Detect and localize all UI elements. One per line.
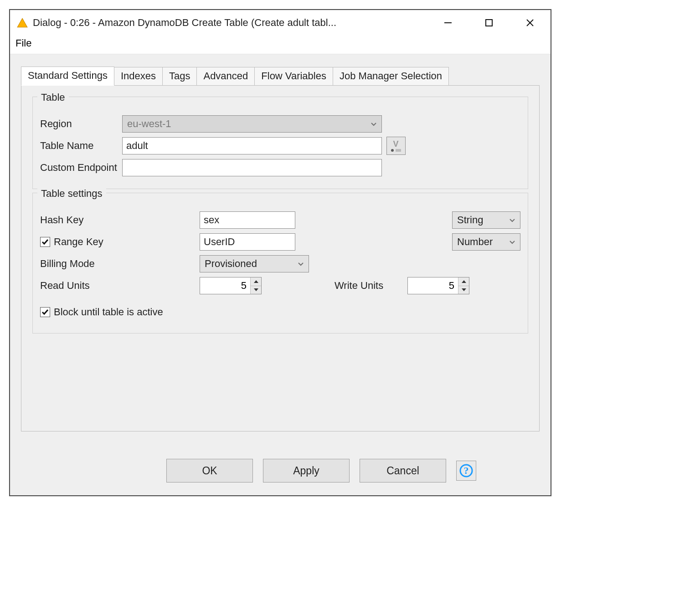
billing-mode-select[interactable]: Provisioned — [200, 255, 309, 272]
region-select[interactable]: eu-west-1 — [122, 115, 382, 133]
chevron-down-icon — [371, 118, 377, 130]
maximize-button[interactable] — [468, 10, 510, 36]
menu-bar: File — [10, 36, 551, 54]
svg-marker-8 — [462, 288, 466, 291]
read-units-spinner[interactable] — [200, 277, 262, 294]
tab-tags[interactable]: Tags — [163, 67, 197, 86]
chevron-down-icon — [509, 214, 515, 226]
block-until-active-toggle[interactable]: Block until table is active — [40, 306, 163, 318]
apply-button[interactable]: Apply — [263, 459, 350, 483]
tab-indexes[interactable]: Indexes — [114, 67, 163, 86]
flow-variable-button[interactable]: V — [386, 137, 406, 155]
read-units-label: Read Units — [40, 280, 200, 292]
billing-mode-label: Billing Mode — [40, 258, 200, 270]
range-key-type-value: Number — [457, 236, 493, 248]
svg-rect-2 — [486, 20, 492, 26]
block-until-active-checkbox[interactable] — [40, 307, 50, 317]
table-name-input[interactable] — [122, 137, 382, 154]
spin-down-icon[interactable] — [251, 286, 261, 294]
menu-file[interactable]: File — [15, 37, 31, 49]
block-until-active-label: Block until table is active — [54, 306, 163, 318]
app-icon — [16, 17, 28, 29]
group-table: Table Region eu-west-1 Table Name — [32, 97, 528, 189]
write-units-label: Write Units — [335, 280, 407, 292]
spin-down-icon[interactable] — [458, 286, 469, 294]
title-bar: Dialog - 0:26 - Amazon DynamoDB Create T… — [10, 10, 551, 36]
tab-flow-variables[interactable]: Flow Variables — [255, 67, 333, 86]
group-table-settings: Table settings Hash Key String — [32, 193, 528, 334]
close-button[interactable] — [510, 10, 551, 36]
region-label: Region — [40, 118, 122, 130]
range-key-label: Range Key — [54, 236, 103, 248]
range-key-input[interactable] — [200, 233, 295, 251]
cancel-button[interactable]: Cancel — [360, 459, 446, 483]
tab-page-standard: Table Region eu-west-1 Table Name — [21, 85, 540, 431]
client-area: Standard Settings Indexes Tags Advanced … — [10, 54, 551, 495]
button-bar: OK Apply Cancel ? — [21, 459, 540, 483]
group-settings-legend: Table settings — [37, 188, 106, 200]
custom-endpoint-input[interactable] — [122, 159, 382, 176]
table-name-label: Table Name — [40, 140, 122, 152]
custom-endpoint-label: Custom Endpoint — [40, 162, 122, 174]
hash-key-input[interactable] — [200, 211, 295, 229]
hash-key-label: Hash Key — [40, 214, 200, 226]
range-key-checkbox[interactable] — [40, 237, 50, 247]
write-units-input[interactable] — [408, 277, 458, 294]
svg-text:?: ? — [464, 465, 469, 476]
svg-marker-7 — [462, 280, 466, 283]
minimize-button[interactable] — [427, 10, 468, 36]
svg-marker-6 — [254, 288, 258, 291]
svg-marker-0 — [17, 18, 27, 27]
region-value: eu-west-1 — [127, 118, 171, 130]
window-title: Dialog - 0:26 - Amazon DynamoDB Create T… — [33, 17, 336, 29]
write-units-spinner[interactable] — [407, 277, 469, 294]
svg-marker-5 — [254, 280, 258, 283]
group-table-legend: Table — [37, 92, 69, 103]
range-key-type-select[interactable]: Number — [452, 233, 520, 251]
hash-key-type-value: String — [457, 214, 483, 226]
billing-mode-value: Provisioned — [205, 258, 257, 270]
tab-advanced[interactable]: Advanced — [197, 67, 255, 86]
spin-up-icon[interactable] — [458, 277, 469, 286]
ok-button[interactable]: OK — [166, 459, 253, 483]
chevron-down-icon — [509, 236, 515, 248]
help-button[interactable]: ? — [456, 461, 476, 481]
tabs: Standard Settings Indexes Tags Advanced … — [21, 66, 540, 431]
spin-up-icon[interactable] — [251, 277, 261, 286]
dialog-window: Dialog - 0:26 - Amazon DynamoDB Create T… — [9, 9, 551, 496]
hash-key-type-select[interactable]: String — [452, 211, 520, 229]
tab-strip: Standard Settings Indexes Tags Advanced … — [21, 66, 540, 85]
range-key-toggle[interactable]: Range Key — [40, 236, 200, 248]
tab-job-manager[interactable]: Job Manager Selection — [333, 67, 449, 86]
tab-standard-settings[interactable]: Standard Settings — [21, 67, 114, 86]
chevron-down-icon — [298, 258, 304, 270]
read-units-input[interactable] — [200, 277, 250, 294]
